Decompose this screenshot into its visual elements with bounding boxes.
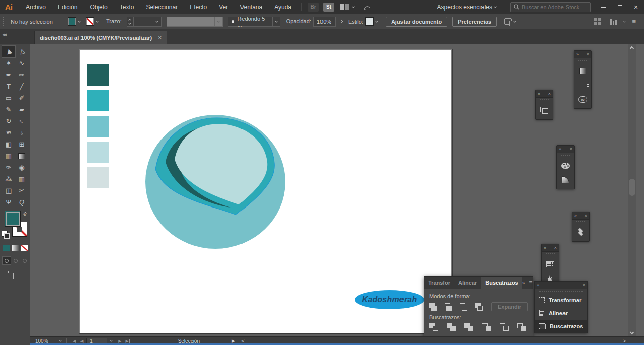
cc-libraries-panel-icon[interactable]: ∞ (578, 95, 588, 103)
selection-tool[interactable]: ▶ (2, 46, 15, 57)
zoom-level[interactable]: 100% (35, 338, 57, 344)
screen-mode-button[interactable] (8, 271, 16, 277)
menu-texto[interactable]: Texto (114, 0, 140, 14)
panel-collapse-icon[interactable]: » (522, 280, 525, 286)
menu-objeto[interactable]: Objeto (84, 0, 113, 14)
next-artboard-button[interactable]: ▶ (118, 339, 121, 343)
artwork-swatch-2[interactable] (87, 90, 109, 111)
scale-tool[interactable]: ↔ (15, 115, 28, 127)
arrange-documents-icon[interactable] (340, 4, 349, 10)
gradient-tool[interactable] (15, 150, 28, 162)
panel-close-icon[interactable]: × (587, 52, 589, 57)
artwork-swatch-3[interactable] (87, 116, 109, 137)
gradient-button[interactable] (12, 245, 19, 251)
intersect-button[interactable] (460, 303, 467, 311)
last-artboard-button[interactable]: ▶ (125, 339, 129, 343)
isolate-select-icon[interactable] (504, 18, 512, 25)
color-guide-panel-icon[interactable] (560, 162, 571, 170)
default-fill-stroke-icon[interactable] (2, 231, 8, 237)
opacity-select[interactable]: 100% (313, 17, 336, 27)
stock-search[interactable] (510, 2, 591, 12)
tab-alinear[interactable]: Alinear (454, 277, 481, 289)
stroke-label[interactable]: Trazo: (106, 18, 122, 25)
panel-collapse-icon[interactable]: » (537, 283, 539, 288)
document-tab[interactable]: diseño003.ai al 100% (CMYK/Previsualizar… (34, 31, 167, 44)
exclude-button[interactable] (475, 303, 483, 311)
swatch-fan-panel-icon[interactable] (560, 176, 571, 184)
artboard-tool[interactable]: ◫ (2, 185, 15, 196)
swatches-panel-icon[interactable] (545, 260, 555, 268)
bridge-button[interactable]: Br (308, 3, 319, 12)
minimize-button[interactable] (596, 0, 612, 14)
three-d-panel-icon[interactable] (578, 81, 588, 89)
magic-wand-tool[interactable]: ✶ (2, 57, 15, 69)
paintbrush-tool[interactable]: ✐ (15, 92, 28, 104)
stroke-weight-select[interactable] (133, 17, 162, 27)
status-collapse-icon[interactable]: < (242, 338, 245, 344)
minus-back-button[interactable] (517, 323, 526, 331)
curvature-tool[interactable]: ✏ (15, 69, 28, 81)
artboards-panel-icon[interactable] (539, 106, 549, 114)
opacity-label[interactable]: Opacidad: (286, 18, 311, 25)
fit-document-button[interactable]: Ajustar documento (386, 17, 447, 27)
chevron-down-icon[interactable] (110, 339, 113, 342)
menu-archivo[interactable]: Archivo (20, 0, 52, 14)
eyedropper-tool[interactable]: ✑ (2, 162, 15, 173)
rotate-tool[interactable]: ↻ (2, 115, 15, 127)
panel-close-icon[interactable]: × (570, 147, 572, 152)
tab-close-icon[interactable]: × (158, 34, 162, 41)
scroll-up-icon[interactable] (630, 46, 634, 50)
rectangle-tool[interactable]: ▭ (2, 92, 15, 104)
stroke-weight-stepper[interactable] (127, 17, 133, 27)
shape-builder-tool[interactable]: ◧ (2, 139, 15, 150)
list-menu-icon[interactable]: ≡ (632, 18, 636, 25)
puppet-warp-tool[interactable]: ♁ (15, 127, 28, 139)
tab-transformar[interactable]: Transfor (424, 277, 454, 289)
mesh-tool[interactable]: ▦ (2, 150, 15, 162)
chevron-down-icon[interactable] (494, 5, 497, 8)
close-button[interactable]: × (628, 0, 644, 14)
artwork-swatch-1[interactable] (87, 64, 109, 86)
stroke-color-swatch[interactable] (86, 17, 94, 26)
menu-edicion[interactable]: Edición (52, 0, 84, 14)
variable-width-select[interactable] (167, 17, 223, 27)
eraser-tool[interactable]: ▰ (15, 104, 28, 115)
outline-button[interactable] (500, 323, 509, 331)
draw-inside-button[interactable] (21, 257, 29, 264)
style-swatch[interactable] (365, 17, 374, 26)
crop-button[interactable] (482, 323, 491, 331)
pen-tool[interactable]: ✒ (2, 69, 15, 81)
swap-fill-stroke-icon[interactable]: ⇄ (21, 210, 28, 217)
chevron-right-icon[interactable] (339, 20, 343, 23)
type-tool[interactable]: T (2, 81, 15, 92)
expand-button[interactable]: Expandir (491, 302, 528, 311)
unite-button[interactable] (429, 303, 437, 311)
scrollbar-thumb[interactable] (629, 179, 635, 196)
menu-ventana[interactable]: Ventana (234, 0, 268, 14)
panel-collapse-icon[interactable]: » (538, 91, 540, 96)
stock-button[interactable]: St (323, 3, 334, 12)
artwork-swatch-5[interactable] (87, 167, 109, 188)
chevron-down-icon[interactable] (623, 20, 626, 23)
status-expand-icon[interactable]: ▶ (232, 338, 235, 343)
hand-tool[interactable]: Ψ (2, 196, 15, 208)
trim-button[interactable] (447, 323, 456, 331)
blend-tool[interactable]: ◉ (15, 162, 28, 173)
flyout-item-alinear[interactable]: Alinear (535, 307, 587, 320)
menu-efecto[interactable]: Efecto (184, 0, 213, 14)
none-button[interactable] (21, 245, 28, 251)
scroll-right-icon[interactable]: > (623, 338, 626, 344)
search-input[interactable] (522, 4, 582, 10)
flyout-item-transformar[interactable]: Transformar (535, 294, 587, 307)
preferences-button[interactable]: Preferencias (452, 17, 497, 27)
merge-button[interactable] (464, 323, 473, 331)
scroll-down-icon[interactable] (630, 330, 634, 334)
divide-button[interactable] (429, 323, 438, 331)
artwork-swatch-4[interactable] (87, 142, 109, 163)
panel-collapse-icon[interactable]: » (574, 213, 577, 218)
chevron-down-icon[interactable] (78, 20, 81, 23)
fill-color-swatch[interactable] (68, 17, 76, 26)
line-segment-tool[interactable]: ╱ (15, 81, 28, 92)
slice-tool[interactable]: ✂ (15, 185, 28, 196)
minus-front-button[interactable] (445, 303, 452, 311)
